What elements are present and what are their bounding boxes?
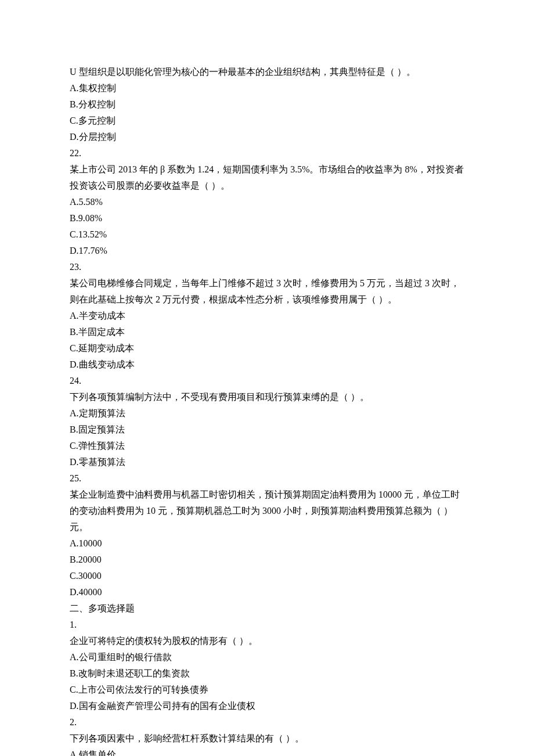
option-c: C.上市公司依法发行的可转换债券 <box>70 682 464 698</box>
document-page: U 型组织是以职能化管理为核心的一种最基本的企业组织结构，其典型特征是（ ）。 … <box>0 0 534 756</box>
option-b: B.固定预算法 <box>70 422 464 438</box>
option-d: D.17.76% <box>70 243 464 259</box>
question-number: 24. <box>70 373 464 389</box>
option-a: A.公司重组时的银行借款 <box>70 649 464 665</box>
section-heading: 二、多项选择题 <box>70 600 464 617</box>
option-a: A.集权控制 <box>70 80 464 96</box>
option-b: B.半固定成本 <box>70 324 464 340</box>
question-stem: 某企业制造费中油料费用与机器工时密切相关，预计预算期固定油料费用为 10000 … <box>70 487 464 535</box>
question-number: 25. <box>70 470 464 487</box>
option-c: C.13.52% <box>70 226 464 243</box>
question-stem: U 型组织是以职能化管理为核心的一种最基本的企业组织结构，其典型特征是（ ）。 <box>70 64 464 80</box>
option-a: A.10000 <box>70 535 464 552</box>
option-d: D.国有金融资产管理公司持有的国有企业债权 <box>70 698 464 714</box>
question-stem: 下列各项预算编制方法中，不受现有费用项目和现行预算束缚的是（ ）。 <box>70 389 464 405</box>
option-a: A.5.58% <box>70 194 464 210</box>
question-number: 2. <box>70 714 464 730</box>
option-c: C.弹性预算法 <box>70 438 464 454</box>
question-stem: 下列各项因素中，影响经营杠杆系数计算结果的有（ ）。 <box>70 730 464 747</box>
option-a: A.半变动成本 <box>70 308 464 324</box>
question-stem: 企业可将特定的债权转为股权的情形有（ ）。 <box>70 633 464 649</box>
question-stem: 某上市公司 2013 年的 β 系数为 1.24，短期国债利率为 3.5%。市场… <box>70 161 464 194</box>
option-b: B.分权控制 <box>70 96 464 113</box>
option-a: A.定期预算法 <box>70 405 464 422</box>
option-c: C.30000 <box>70 568 464 584</box>
option-a: A.销售单价 <box>70 747 464 756</box>
option-d: D.曲线变动成本 <box>70 357 464 373</box>
option-d: D.40000 <box>70 584 464 600</box>
option-b: B.9.08% <box>70 210 464 226</box>
option-d: D.分层控制 <box>70 129 464 145</box>
option-b: B.改制时未退还职工的集资款 <box>70 665 464 682</box>
option-c: C.延期变动成本 <box>70 340 464 357</box>
question-number: 23. <box>70 259 464 275</box>
option-b: B.20000 <box>70 552 464 568</box>
option-c: C.多元控制 <box>70 113 464 129</box>
question-number: 22. <box>70 145 464 161</box>
question-number: 1. <box>70 617 464 633</box>
question-stem: 某公司电梯维修合同规定，当每年上门维修不超过 3 次时，维修费用为 5 万元，当… <box>70 275 464 308</box>
option-d: D.零基预算法 <box>70 454 464 470</box>
